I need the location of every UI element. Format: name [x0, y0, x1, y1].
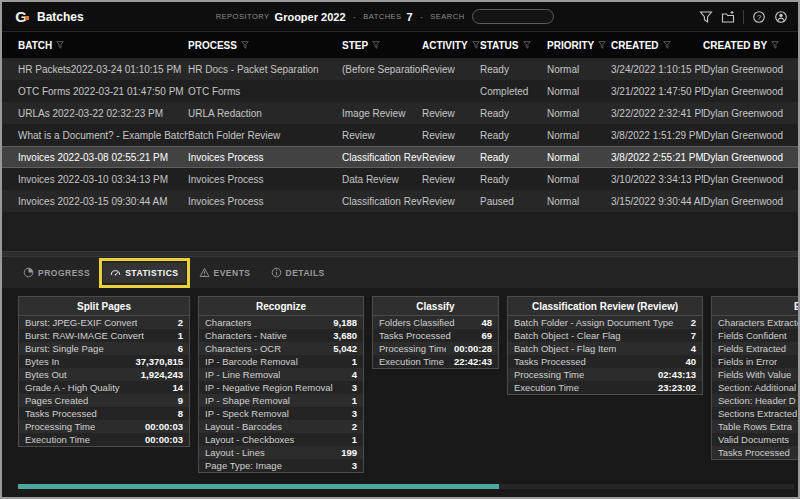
column-header-priority[interactable]: PRIORITY — [547, 40, 611, 51]
cell-created_by: Dylan Greenwood — [703, 130, 798, 141]
batches-label: BATCHES — [363, 12, 401, 21]
column-header-batch[interactable]: BATCH — [2, 40, 188, 51]
cell-priority: Normal — [547, 86, 611, 97]
stat-row: Batch Folder - Assign Document Type2 — [508, 316, 702, 329]
table-row[interactable]: URLAs 2022-03-22 02:32:23 PMURLA Redacti… — [2, 102, 798, 124]
cell-step: Classification Review — [342, 152, 422, 163]
stat-row: Characters9,188 — [199, 316, 363, 329]
new-batch-folder-icon[interactable] — [721, 10, 735, 24]
cell-created_by: Dylan Greenwood — [703, 108, 798, 119]
statistics-section: Split PagesBurst: JPEG-EXIF Convert2Burs… — [2, 288, 798, 497]
column-header-created-by[interactable]: CREATED BY — [703, 40, 798, 51]
cell-batch: Invoices 2022-03-10 03:34:13 PM — [2, 174, 188, 185]
column-filter-icon[interactable] — [598, 41, 606, 49]
table-row[interactable]: Invoices 2022-03-10 03:34:13 PMInvoices … — [2, 168, 798, 190]
cell-activity: Review — [422, 130, 480, 141]
stat-row: IP - Negative Region Removal3 — [199, 381, 363, 394]
batches-count: 7 — [407, 11, 413, 23]
progress-pie-icon — [23, 267, 34, 278]
table-row[interactable]: Invoices 2022-03-08 02:55:21 PMInvoices … — [2, 146, 798, 168]
table-row[interactable]: Invoices 2022-03-15 09:30:44 AMInvoices … — [2, 190, 798, 212]
column-header-process[interactable]: PROCESS — [188, 40, 342, 51]
cell-created: 3/8/2022 2:55:21 PM — [611, 152, 703, 163]
cell-priority: Normal — [547, 196, 611, 207]
stat-row: Pages Created9 — [19, 394, 189, 407]
logo-accent-dot — [25, 16, 29, 20]
stat-label: Tasks Processed — [379, 330, 451, 341]
stat-value: 22:42:43 — [454, 356, 492, 367]
stat-value: 3 — [352, 460, 357, 471]
column-filter-icon[interactable] — [372, 41, 380, 49]
stat-label: IP - Negative Region Removal — [205, 382, 333, 393]
cell-activity: Review — [422, 108, 480, 119]
cell-process: Invoices Process — [188, 196, 342, 207]
stat-value: 6 — [178, 343, 183, 354]
stat-label: Processing Time — [514, 369, 584, 380]
tab-bar: PROGRESS STATISTICS EVENTS — [2, 256, 798, 288]
stat-label: Processing Time — [379, 343, 446, 354]
column-filter-icon[interactable] — [472, 41, 480, 49]
scrollbar-thumb[interactable] — [18, 484, 499, 489]
search-label: SEARCH — [430, 12, 464, 21]
stat-row: Batch Object - Flag Item4 — [508, 342, 702, 355]
stat-row: Table Rows Extra — [712, 420, 798, 433]
stat-row: Layout - Barcodes2 — [199, 420, 363, 433]
column-filter-icon[interactable] — [663, 41, 671, 49]
stat-label: Fields With Value — [718, 369, 791, 380]
cell-created: 3/24/2022 1:10:15 PM — [611, 64, 703, 75]
stat-value: 8 — [178, 408, 183, 419]
stat-row: Layout - Lines199 — [199, 446, 363, 459]
help-icon[interactable]: ? — [752, 10, 766, 24]
stat-label: Layout - Barcodes — [205, 421, 282, 432]
stat-value: 4 — [352, 369, 357, 380]
svg-text:?: ? — [757, 12, 761, 21]
stat-row: Processing Time00:00:03 — [19, 420, 189, 433]
stat-row: Fields Extracted — [712, 342, 798, 355]
stat-value: 00:00:28 — [454, 343, 492, 354]
column-filter-icon[interactable] — [241, 41, 249, 49]
cell-step: Data Review — [342, 174, 422, 185]
cell-status: Ready — [480, 64, 547, 75]
grooper-logo: G — [12, 8, 30, 26]
stat-row: Section: Header D — [712, 394, 798, 407]
cell-status: Completed — [480, 86, 547, 97]
batches-window: G Batches REPOSITORY Grooper 2022 · BATC… — [0, 0, 800, 499]
table-row[interactable]: What is a Document? - Example BatchBatch… — [2, 124, 798, 146]
stat-value: 199 — [341, 447, 357, 458]
column-header-activity[interactable]: ACTIVITY — [422, 40, 480, 51]
tab-statistics[interactable]: STATISTICS — [103, 263, 185, 283]
column-header-status[interactable]: STATUS — [480, 40, 547, 51]
stat-label: Characters - OCR — [205, 343, 281, 354]
stat-row: Fields With Value — [712, 368, 798, 381]
cell-batch: Invoices 2022-03-15 09:30:44 AM — [2, 196, 188, 207]
stat-value: 1,924,243 — [141, 369, 183, 380]
events-warning-icon — [199, 267, 210, 278]
cell-process: URLA Redaction — [188, 108, 342, 119]
tab-events[interactable]: EVENTS — [192, 263, 258, 283]
stat-value: 3,680 — [333, 330, 357, 341]
column-header-label: PROCESS — [188, 40, 237, 51]
column-header-created[interactable]: CREATED — [611, 40, 703, 51]
column-header-step[interactable]: STEP — [342, 40, 422, 51]
table-row[interactable]: HR Packets2022-03-24 01:10:15 PMHR Docs … — [2, 58, 798, 80]
column-filter-icon[interactable] — [771, 41, 779, 49]
column-header-label: PRIORITY — [547, 40, 594, 51]
stat-label: IP - Speck Removal — [205, 408, 289, 419]
stat-label: Layout - Lines — [205, 447, 265, 458]
user-account-icon[interactable] — [774, 10, 788, 24]
tab-progress[interactable]: PROGRESS — [16, 263, 97, 283]
stat-row: IP - Speck Removal3 — [199, 407, 363, 420]
search-input[interactable] — [472, 9, 554, 24]
filter-icon[interactable] — [699, 10, 713, 24]
column-filter-icon[interactable] — [523, 41, 531, 49]
table-row[interactable]: OTC Forms 2022-03-21 01:47:50 PMOTC Form… — [2, 80, 798, 102]
stat-row: Tasks Processed8 — [19, 407, 189, 420]
stat-label: Execution Time — [514, 382, 579, 393]
stat-value: 00:00:03 — [145, 434, 183, 445]
horizontal-scrollbar[interactable] — [18, 484, 794, 489]
stat-label: Pages Created — [25, 395, 88, 406]
column-filter-icon[interactable] — [56, 41, 64, 49]
cell-priority: Normal — [547, 64, 611, 75]
tab-details[interactable]: DETAILS — [264, 263, 332, 283]
stat-row: Valid Documents — [712, 433, 798, 446]
